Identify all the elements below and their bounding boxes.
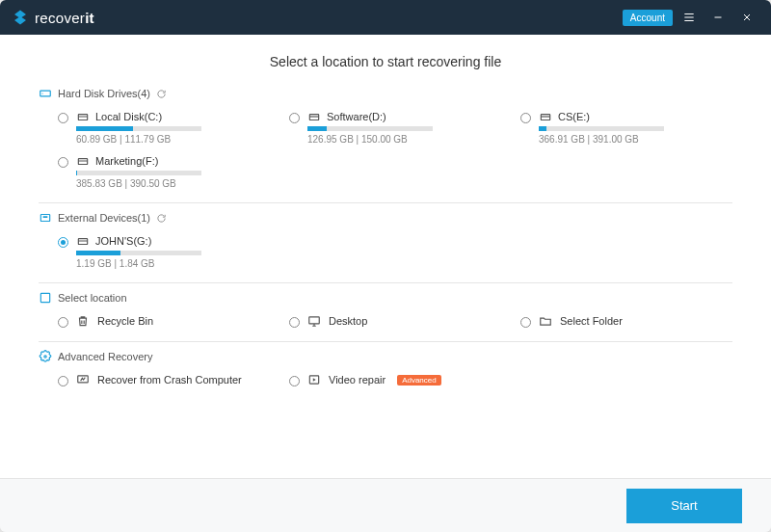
disk-icon bbox=[76, 154, 90, 168]
drive-item[interactable]: JOHN'S(G:) 1.19 GB | 1.84 GB bbox=[58, 234, 270, 269]
svg-rect-8 bbox=[78, 239, 87, 245]
location-label: Recover from Crash Computer bbox=[97, 374, 242, 386]
close-button[interactable] bbox=[734, 5, 759, 30]
section-header-loc: Select location bbox=[39, 291, 732, 305]
radio-button[interactable] bbox=[520, 113, 531, 123]
section-label: Hard Disk Drives(4) bbox=[58, 88, 150, 99]
radio-button[interactable] bbox=[520, 317, 531, 328]
titlebar: recoverit Account bbox=[0, 0, 771, 35]
brand-text: recoverit bbox=[35, 10, 94, 26]
drive-item[interactable]: CS(E:) 366.91 GB | 391.00 GB bbox=[520, 110, 732, 145]
svg-point-11 bbox=[44, 356, 46, 358]
main-panel: Select a location to start recovering fi… bbox=[0, 35, 771, 478]
adv-grid: Recover from Crash Computer Video repair… bbox=[39, 373, 732, 386]
hdd-grid: Local Disk(C:) 60.89 GB | 111.79 GB Soft… bbox=[39, 110, 732, 189]
section-label: Select location bbox=[58, 292, 127, 304]
location-item[interactable]: Desktop bbox=[289, 314, 501, 328]
footer: Start bbox=[0, 478, 771, 532]
page-title: Select a location to start recovering fi… bbox=[39, 54, 732, 69]
drive-size: 366.91 GB | 391.00 GB bbox=[539, 134, 664, 145]
radio-button[interactable] bbox=[58, 376, 68, 386]
disk-icon bbox=[539, 110, 552, 123]
usage-bar bbox=[307, 126, 433, 131]
drive-item[interactable]: Software(D:) 126.95 GB | 150.00 GB bbox=[289, 110, 501, 145]
svg-point-1 bbox=[42, 93, 43, 93]
usage-bar bbox=[76, 171, 201, 175]
location-item[interactable]: Video repairAdvanced bbox=[289, 373, 501, 386]
svg-rect-0 bbox=[40, 91, 51, 96]
svg-rect-9 bbox=[40, 293, 49, 302]
menu-icon[interactable] bbox=[677, 5, 702, 30]
drive-size: 385.83 GB | 390.50 GB bbox=[76, 178, 201, 189]
disk-icon bbox=[76, 234, 90, 248]
hdd-icon bbox=[39, 87, 52, 100]
drive-size: 1.19 GB | 1.84 GB bbox=[76, 258, 201, 269]
location-item[interactable]: Recycle Bin bbox=[58, 314, 270, 328]
radio-button[interactable] bbox=[58, 157, 68, 168]
recycle-icon bbox=[76, 314, 90, 328]
disk-icon bbox=[307, 110, 321, 123]
location-label: Desktop bbox=[329, 315, 367, 327]
svg-rect-7 bbox=[43, 216, 48, 218]
location-label: Select Folder bbox=[560, 315, 623, 327]
badge: Advanced bbox=[397, 375, 441, 386]
section-label: Advanced Recovery bbox=[58, 351, 152, 362]
usage-bar bbox=[539, 126, 664, 131]
radio-button[interactable] bbox=[58, 237, 68, 248]
location-icon bbox=[39, 291, 52, 305]
location-item[interactable]: Recover from Crash Computer bbox=[58, 373, 270, 386]
svg-rect-5 bbox=[78, 159, 87, 165]
disk-icon bbox=[76, 110, 90, 123]
location-item[interactable]: Select Folder bbox=[520, 314, 732, 328]
location-label: Video repair bbox=[329, 374, 386, 386]
drive-size: 126.95 GB | 150.00 GB bbox=[307, 134, 433, 145]
usage-bar bbox=[76, 126, 201, 131]
section-header-hdd: Hard Disk Drives(4) bbox=[39, 87, 732, 100]
section-header-ext: External Devices(1) bbox=[39, 211, 732, 225]
location-label: Recycle Bin bbox=[97, 315, 153, 327]
external-icon bbox=[39, 211, 52, 225]
logo-icon bbox=[12, 9, 29, 26]
drive-size: 60.89 GB | 111.79 GB bbox=[76, 134, 201, 145]
radio-button[interactable] bbox=[289, 113, 300, 123]
video-icon bbox=[307, 373, 321, 386]
radio-button[interactable] bbox=[289, 317, 300, 328]
ext-grid: JOHN'S(G:) 1.19 GB | 1.84 GB bbox=[39, 234, 732, 269]
brand-logo: recoverit bbox=[12, 9, 94, 26]
start-button[interactable]: Start bbox=[626, 489, 742, 523]
usage-bar bbox=[76, 251, 201, 255]
radio-button[interactable] bbox=[289, 376, 300, 386]
drive-label: CS(E:) bbox=[558, 111, 590, 122]
section-header-adv: Advanced Recovery bbox=[39, 350, 732, 363]
refresh-icon[interactable] bbox=[156, 213, 167, 224]
crash-icon bbox=[76, 373, 90, 386]
advanced-icon bbox=[39, 350, 52, 363]
drive-label: JOHN'S(G:) bbox=[95, 235, 151, 247]
drive-label: Software(D:) bbox=[327, 111, 386, 122]
minimize-button[interactable] bbox=[705, 5, 731, 30]
account-button[interactable]: Account bbox=[623, 10, 673, 26]
desktop-icon bbox=[307, 314, 321, 328]
drive-label: Marketing(F:) bbox=[95, 155, 158, 167]
svg-rect-10 bbox=[309, 317, 320, 324]
section-label: External Devices(1) bbox=[58, 212, 150, 224]
loc-grid: Recycle Bin Desktop Select Folder bbox=[39, 314, 732, 328]
drive-label: Local Disk(C:) bbox=[95, 111, 162, 122]
radio-button[interactable] bbox=[58, 113, 68, 123]
drive-item[interactable]: Marketing(F:) 385.83 GB | 390.50 GB bbox=[58, 154, 270, 189]
radio-button[interactable] bbox=[58, 317, 68, 328]
refresh-icon[interactable] bbox=[156, 89, 167, 99]
drive-item[interactable]: Local Disk(C:) 60.89 GB | 111.79 GB bbox=[58, 110, 270, 145]
folder-icon bbox=[539, 314, 552, 328]
